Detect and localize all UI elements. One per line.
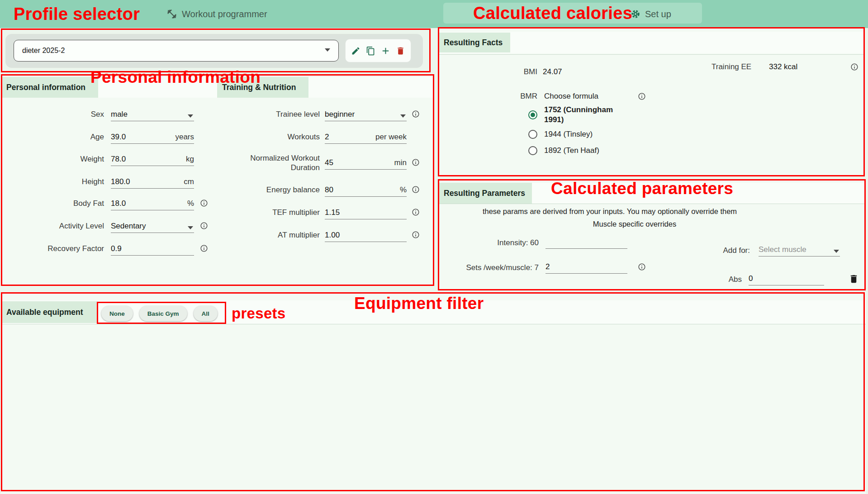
params-title: Resulting Parameters (444, 189, 525, 198)
field-info-icon[interactable] (412, 158, 420, 166)
chevron-down-icon (188, 114, 193, 118)
field-input[interactable]: 80% (325, 183, 407, 197)
app-brand: Workout programmer (166, 0, 267, 28)
field-value: 18.0 (111, 199, 187, 208)
field-value: 1.00 (325, 231, 407, 240)
resulting-facts-card: Resulting Facts BMI 24.07 Training EE 33… (438, 27, 865, 176)
field-info-icon[interactable] (200, 199, 208, 207)
preset-button-all[interactable]: All (194, 306, 218, 321)
field-value: beginner (325, 110, 397, 119)
field-unit: per week (375, 133, 407, 142)
field-input[interactable]: 180.0cm (111, 175, 194, 189)
bmr-formula-option[interactable]: 1944 (Tinsley) (528, 129, 637, 139)
field-input[interactable]: 0.9 (111, 242, 194, 256)
training-ee-label: Training EE (711, 61, 751, 73)
bmr-formula-info-icon[interactable] (638, 92, 646, 100)
profile-selector-panel: dieter 2025-2 (5, 34, 423, 68)
delete-profile-button[interactable] (395, 45, 407, 57)
profile-select[interactable]: dieter 2025-2 (14, 40, 339, 62)
field-info-icon[interactable] (412, 110, 420, 118)
facts-title-tab: Resulting Facts (439, 33, 510, 52)
facts-title: Resulting Facts (444, 38, 503, 48)
field-input[interactable]: 1.15 (325, 206, 407, 219)
annotation-calculated-calories: Calculated calories (473, 5, 632, 22)
intensity-input[interactable] (545, 236, 627, 249)
field-value: 180.0 (111, 177, 184, 186)
field-input[interactable]: 39.0years (111, 130, 194, 144)
bmr-formula-label: 1892 (Ten Haaf) (544, 146, 599, 156)
field-select[interactable]: male (111, 108, 194, 121)
field-unit: kg (186, 155, 194, 164)
preset-button-none[interactable]: None (101, 306, 133, 321)
available-equipment-card: Available equipment NoneBasic GymAll Non… (1, 292, 866, 494)
training-ee-value: 332 kcal (769, 61, 797, 73)
field-value: 45 (325, 158, 394, 167)
field-unit: % (187, 199, 194, 208)
copy-profile-button[interactable] (365, 45, 377, 57)
field-info-icon[interactable] (412, 208, 420, 216)
chevron-down-icon (400, 114, 406, 118)
add-for-label: Add for: (697, 245, 750, 256)
field-label: AT multiplier (228, 223, 320, 248)
field-value: 78.0 (111, 155, 186, 164)
field-label: Body Fat (14, 191, 104, 216)
field-value: 0.9 (111, 244, 194, 253)
field-label: TEF multiplier (228, 200, 320, 225)
training-ee-info-icon[interactable] (850, 63, 859, 71)
equipment-divider (1, 324, 866, 324)
field-value: 2 (325, 133, 375, 142)
bmr-formula-radiogroup: 1752 (Cunningham 1991)1944 (Tinsley)1892… (528, 105, 637, 162)
params-title-tab: Resulting Parameters (439, 183, 532, 204)
setup-label: Set up (645, 9, 671, 19)
facts-divider (438, 54, 865, 55)
abs-override-input[interactable]: 0 (749, 273, 824, 285)
bmr-choose-formula-label: Choose formula (544, 90, 598, 102)
annotation-equipment-filter: Equipment filter (354, 295, 484, 312)
sets-info-icon[interactable] (638, 263, 646, 271)
edit-profile-button[interactable] (350, 45, 362, 57)
equipment-title: Available equipment (6, 308, 83, 317)
field-label: Workouts (228, 124, 320, 150)
field-value: Sedentary (111, 222, 184, 231)
field-label: Trainee level (228, 102, 320, 127)
radio-icon[interactable] (528, 130, 537, 139)
field-label: Sex (14, 102, 104, 127)
field-value: male (111, 110, 184, 119)
delete-override-button[interactable] (848, 273, 859, 285)
add-for-placeholder: Select muscle (759, 245, 830, 254)
sets-label: Sets /week/muscle: 7 (434, 262, 539, 274)
annotation-personal-information: Personal information (90, 69, 261, 86)
field-select[interactable]: beginner (325, 108, 407, 121)
bmr-formula-option[interactable]: 1752 (Cunningham 1991) (528, 105, 637, 125)
annotation-presets: presets (232, 306, 286, 321)
field-info-icon[interactable] (412, 185, 420, 194)
field-label: Activity Level (14, 214, 104, 239)
workout-programmer-page: Workout programmer Set up Profile select… (0, 0, 868, 494)
field-input[interactable]: 45min (325, 156, 407, 170)
add-for-select[interactable]: Select muscle (759, 244, 840, 256)
field-input[interactable]: 2per week (325, 130, 407, 144)
params-subnote: Muscle specific overrides (447, 220, 822, 228)
field-select[interactable]: Sedentary (111, 219, 194, 233)
bmi-label: BMI (479, 66, 537, 78)
field-info-icon[interactable] (412, 231, 420, 239)
bmr-label: BMR (492, 90, 537, 102)
field-unit: % (400, 185, 407, 195)
radio-selected-icon[interactable] (528, 110, 537, 119)
field-input[interactable]: 18.0% (111, 197, 194, 210)
preset-button-basic-gym[interactable]: Basic Gym (139, 306, 187, 321)
bmr-formula-option[interactable]: 1892 (Ten Haaf) (528, 146, 637, 156)
field-info-icon[interactable] (200, 222, 208, 230)
field-input[interactable]: 78.0kg (111, 152, 194, 166)
sets-input[interactable]: 2 (545, 261, 627, 274)
tab-personal-information[interactable]: Personal information (1, 77, 98, 98)
field-input[interactable]: 1.00 (325, 228, 407, 242)
add-profile-button[interactable] (380, 45, 392, 57)
abs-override-label: Abs (706, 274, 742, 285)
params-divider (438, 204, 866, 204)
field-info-icon[interactable] (200, 244, 208, 252)
setup-nav[interactable]: Set up (631, 0, 671, 28)
radio-icon[interactable] (528, 146, 537, 155)
tab-personal-information-label: Personal information (6, 83, 85, 92)
field-value: 80 (325, 185, 400, 195)
